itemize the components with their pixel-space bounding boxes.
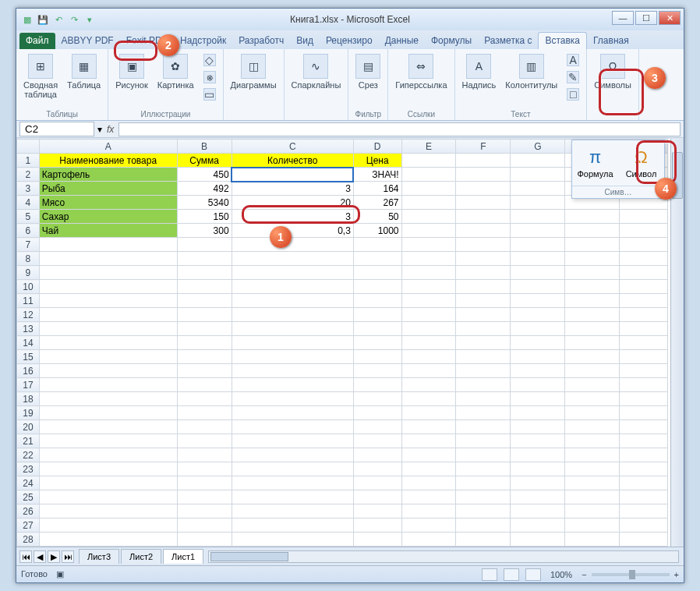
sheet-nav-first[interactable]: ⏮ (19, 550, 32, 563)
cell-D8[interactable] (353, 252, 401, 266)
cell-E7[interactable] (401, 238, 456, 252)
cell-B4[interactable]: 5340 (177, 196, 232, 210)
cell-D21[interactable] (353, 434, 401, 448)
cell-H5[interactable] (565, 210, 620, 224)
cell-H21[interactable] (565, 434, 620, 448)
ribbon-textbox[interactable]: AНадпись (460, 52, 499, 91)
minimize-button[interactable]: — (612, 11, 634, 25)
cell-A17[interactable] (39, 378, 177, 392)
cell-H23[interactable] (565, 462, 620, 476)
row-header-7[interactable]: 7 (17, 238, 40, 252)
row-header-5[interactable]: 5 (17, 210, 40, 224)
close-button[interactable]: ✕ (659, 11, 681, 25)
cell-H12[interactable] (565, 308, 620, 322)
cell-E2[interactable] (401, 168, 456, 182)
cell-A18[interactable] (39, 392, 177, 406)
cell-A7[interactable] (39, 238, 177, 252)
cell-C23[interactable] (232, 462, 353, 476)
macro-record-icon[interactable]: ▣ (56, 569, 64, 579)
cell-E20[interactable] (401, 420, 456, 434)
row-header-21[interactable]: 21 (17, 434, 40, 448)
cell-B20[interactable] (177, 420, 232, 434)
cell-C21[interactable] (232, 434, 353, 448)
cell-E3[interactable] (401, 182, 456, 196)
cell-D15[interactable] (353, 350, 401, 364)
cell-I24[interactable] (620, 476, 668, 490)
ribbon-picture[interactable]: ▣Рисунок (113, 52, 150, 91)
cell-F20[interactable] (456, 420, 511, 434)
sheet-tab-Лист3[interactable]: Лист3 (79, 549, 119, 564)
cell-G25[interactable] (511, 490, 565, 504)
cell-F4[interactable] (456, 196, 511, 210)
cell-A19[interactable] (39, 406, 177, 420)
vscroll-thumb[interactable] (672, 152, 683, 199)
cell-A22[interactable] (39, 448, 177, 462)
cell-H13[interactable] (565, 322, 620, 336)
row-header-12[interactable]: 12 (17, 308, 40, 322)
tab-file[interactable]: Файл (19, 33, 55, 49)
cell-F6[interactable] (456, 224, 511, 238)
cell-H18[interactable] (565, 392, 620, 406)
row-header-6[interactable]: 6 (17, 224, 40, 238)
cell-D16[interactable] (353, 364, 401, 378)
cell-C6[interactable]: 0,3 (232, 224, 353, 238)
sheet-nav-prev[interactable]: ◀ (34, 550, 46, 563)
cell-E17[interactable] (401, 378, 456, 392)
cell-D26[interactable] (353, 504, 401, 518)
tab-разметка с[interactable]: Разметка с (478, 33, 538, 49)
cell-C9[interactable] (232, 266, 353, 280)
cell-B19[interactable] (177, 406, 232, 420)
cell-I6[interactable] (620, 224, 668, 238)
cell-I16[interactable] (620, 364, 668, 378)
cell-H8[interactable] (565, 252, 620, 266)
tab-формулы[interactable]: Формулы (425, 33, 478, 49)
tab-рецензиро[interactable]: Рецензиро (320, 33, 379, 49)
cell-A23[interactable] (39, 462, 177, 476)
cell-A26[interactable] (39, 504, 177, 518)
cell-C25[interactable] (232, 490, 353, 504)
cell-B25[interactable] (177, 490, 232, 504)
row-header-22[interactable]: 22 (17, 448, 40, 462)
row-header-4[interactable]: 4 (17, 196, 40, 210)
cell-B10[interactable] (177, 280, 232, 294)
cell-F15[interactable] (456, 350, 511, 364)
sheet-tab-Лист2[interactable]: Лист2 (121, 549, 161, 564)
row-header-1[interactable]: 1 (17, 154, 40, 168)
cell-B27[interactable] (177, 518, 232, 533)
cell-G6[interactable] (511, 224, 565, 238)
tab-вид[interactable]: Вид (290, 33, 320, 49)
cell-A13[interactable] (39, 322, 177, 336)
row-header-27[interactable]: 27 (17, 518, 40, 533)
popup-symbol[interactable]: ΩСимвол (618, 140, 664, 186)
cell-F8[interactable] (456, 252, 511, 266)
hscroll-thumb[interactable] (210, 552, 288, 561)
cell-F11[interactable] (456, 294, 511, 308)
cell-C10[interactable] (232, 280, 353, 294)
cell-G28[interactable] (511, 533, 565, 547)
cell-F22[interactable] (456, 448, 511, 462)
cell-C12[interactable] (232, 308, 353, 322)
row-header-19[interactable]: 19 (17, 406, 40, 420)
cell-F5[interactable] (456, 210, 511, 224)
cell-G7[interactable] (511, 238, 565, 252)
cell-H16[interactable] (565, 364, 620, 378)
cell-E12[interactable] (401, 308, 456, 322)
sheet-nav-last[interactable]: ⏭ (62, 550, 74, 563)
cell-H7[interactable] (565, 238, 620, 252)
cell-F19[interactable] (456, 406, 511, 420)
cell-B23[interactable] (177, 462, 232, 476)
cell-H11[interactable] (565, 294, 620, 308)
popup-equation[interactable]: πФормула (572, 140, 618, 186)
cell-C17[interactable] (232, 378, 353, 392)
cell-C13[interactable] (232, 322, 353, 336)
cell-A1[interactable]: Наименование товара (39, 154, 177, 168)
cell-H19[interactable] (565, 406, 620, 420)
ribbon-sparklines[interactable]: ∿Спарклайны (289, 52, 344, 91)
cell-B8[interactable] (177, 252, 232, 266)
cell-G26[interactable] (511, 504, 565, 518)
cell-B1[interactable]: Сумма (177, 154, 232, 168)
cell-D9[interactable] (353, 266, 401, 280)
cell-B9[interactable] (177, 266, 232, 280)
cell-E13[interactable] (401, 322, 456, 336)
cell-E16[interactable] (401, 364, 456, 378)
